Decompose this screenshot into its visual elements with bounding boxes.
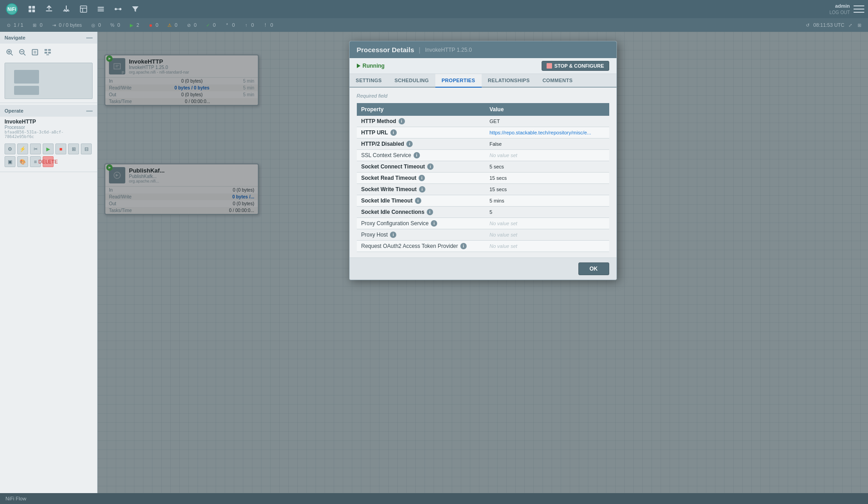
group-btn[interactable]: ▣ — [5, 156, 15, 167]
paste-btn[interactable]: ⊟ — [81, 143, 92, 154]
table-row[interactable]: Socket Read Timeouti15 secs — [357, 173, 609, 184]
prop-value: 5 — [489, 209, 492, 215]
toolbar-component-icon[interactable] — [25, 2, 39, 16]
selected-processor-type: Processor — [5, 125, 93, 130]
prop-info-icon[interactable]: i — [390, 129, 397, 136]
table-row[interactable]: HTTP/2 DisablediFalse — [357, 138, 609, 150]
operate-collapse-btn[interactable]: — — [86, 108, 93, 114]
tab-comments[interactable]: COMMENTS — [536, 74, 579, 88]
svg-rect-6 — [46, 10, 52, 11]
table-row[interactable]: Socket Connect Timeouti5 secs — [357, 161, 609, 173]
modal-status-bar: Running STOP & CONFIGURE — [350, 58, 616, 74]
stop-icon — [547, 63, 552, 69]
navigate-header: Navigate — — [0, 32, 97, 44]
svg-text:NiFi: NiFi — [8, 7, 16, 12]
data-in-icon: ⇥ — [51, 22, 57, 28]
stale-value: 0 — [251, 22, 254, 28]
fullscreen-icon[interactable]: ⤢ — [847, 22, 853, 28]
prop-value-empty: No value set — [489, 232, 517, 237]
processor-details-modal: Processor Details | InvokeHTTP 1.25.0 Ru… — [349, 41, 617, 280]
svg-rect-28 — [44, 52, 47, 54]
prop-info-icon[interactable]: i — [390, 232, 396, 238]
svg-line-22 — [24, 54, 25, 55]
prop-info-icon[interactable]: i — [415, 198, 421, 204]
table-row[interactable]: Proxy Configuration ServiceiNo value set — [357, 218, 609, 229]
svg-rect-12 — [98, 9, 104, 10]
queued-count-status: ◎ 0 — [90, 22, 101, 28]
sync-failure-icon: ! — [262, 22, 268, 28]
navigate-collapse-btn[interactable]: — — [86, 35, 93, 41]
prop-value-empty: No value set — [489, 243, 517, 249]
operate-header: Operate — — [0, 105, 97, 117]
zoom-in-icon[interactable] — [5, 47, 15, 57]
prop-info-icon[interactable]: i — [427, 163, 434, 170]
toolbar-upload-icon[interactable] — [42, 2, 56, 16]
table-row[interactable]: SSL Context ServiceiNo value set — [357, 150, 609, 161]
up-to-date-icon: ✓ — [205, 22, 211, 28]
table-row[interactable]: HTTP MethodiGET — [357, 116, 609, 127]
prop-info-icon[interactable]: i — [427, 209, 433, 215]
toolbar-download-icon[interactable] — [59, 2, 74, 16]
ok-button[interactable]: OK — [578, 262, 609, 275]
threads-value: 0 — [39, 22, 42, 28]
table-row[interactable]: Socket Idle Timeouti5 mins — [357, 195, 609, 207]
prop-name: Proxy Host — [361, 232, 388, 238]
svg-rect-2 — [29, 6, 31, 9]
table-row[interactable]: Proxy HostiNo value set — [357, 229, 609, 241]
tab-settings[interactable]: SETTINGS — [350, 74, 388, 88]
toolbar-funnel-icon[interactable] — [128, 2, 143, 16]
toolbar-connect-icon[interactable] — [111, 2, 125, 16]
prop-value: https://repo.stackable.tech/repository/m… — [489, 130, 604, 135]
tab-relationships[interactable]: RELATIONSHIPS — [482, 74, 536, 88]
running-icon: ▶ — [128, 22, 135, 28]
zoom-out-icon[interactable] — [17, 47, 27, 57]
delete-btn[interactable]: DELETE — [43, 156, 54, 167]
refresh-icon: ↺ — [804, 22, 811, 28]
left-sidebar: Navigate — — [0, 32, 98, 493]
mini-block-1 — [14, 70, 39, 84]
arrange-icon[interactable] — [43, 47, 53, 57]
prop-info-icon[interactable]: i — [406, 141, 413, 147]
table-row[interactable]: Request OAuth2 Access Token ProvideriNo … — [357, 241, 609, 252]
col-property-header: Property — [357, 103, 485, 116]
navigate-label: Navigate — [5, 35, 25, 40]
logout-button[interactable]: LOG OUT — [829, 10, 850, 15]
enable-btn[interactable]: ⚡ — [17, 143, 28, 154]
navigate-section: Navigate — — [0, 32, 97, 103]
running-play-icon — [357, 64, 360, 68]
hamburger-menu-icon[interactable] — [853, 5, 864, 14]
disable-btn[interactable]: ✂ — [30, 143, 41, 154]
tab-properties[interactable]: PROPERTIES — [435, 74, 482, 88]
settings-icon[interactable]: ⊞ — [856, 22, 863, 28]
time-value: 08:11:53 UTC — [814, 22, 844, 28]
prop-info-icon[interactable]: i — [460, 243, 467, 249]
prop-info-icon[interactable]: i — [419, 186, 425, 193]
color-btn[interactable]: 🎨 — [17, 156, 28, 167]
table-row[interactable]: Socket Write Timeouti15 secs — [357, 184, 609, 195]
sync-failure-value: 0 — [270, 22, 273, 28]
start-btn[interactable]: ▶ — [43, 143, 54, 154]
properties-table: Property Value HTTP MethodiGETHTTP URLih… — [357, 103, 609, 252]
modal-separator: | — [419, 46, 420, 54]
status-bar: ⊙ 1 / 1 ⊞ 0 ⇥ 0 / 0 bytes ◎ 0 % 0 ▶ 2 ■ … — [0, 18, 868, 32]
table-row[interactable]: Socket Idle Connectionsi5 — [357, 207, 609, 218]
prop-info-icon[interactable]: i — [431, 220, 437, 227]
main-area: Navigate — — [0, 32, 868, 493]
operate-actions: ⚙ ⚡ ✂ ▶ ■ ⊞ ⊟ ▣ 🎨 ≡ DELETE — [0, 141, 97, 170]
navigate-icons — [0, 44, 97, 61]
prop-info-icon[interactable]: i — [399, 118, 405, 124]
prop-info-icon[interactable]: i — [414, 152, 420, 158]
stop-btn[interactable]: ■ — [55, 143, 66, 154]
fit-screen-icon[interactable] — [30, 47, 40, 57]
svg-rect-13 — [98, 10, 104, 11]
stop-configure-button[interactable]: STOP & CONFIGURE — [542, 61, 609, 71]
stopped-icon: ■ — [148, 22, 154, 28]
prop-info-icon[interactable]: i — [419, 175, 425, 181]
canvas-area: ▶ P InvokeHTTP InvokeHTTP 1.25.0 org.apa… — [98, 32, 868, 493]
toolbar-template-icon[interactable] — [76, 2, 91, 16]
toolbar-queue-icon[interactable] — [94, 2, 108, 16]
copy-btn[interactable]: ⊞ — [68, 143, 79, 154]
tab-scheduling[interactable]: SCHEDULING — [388, 74, 435, 88]
table-row[interactable]: HTTP URLihttps://repo.stackable.tech/rep… — [357, 127, 609, 138]
configure-btn[interactable]: ⚙ — [5, 143, 15, 154]
